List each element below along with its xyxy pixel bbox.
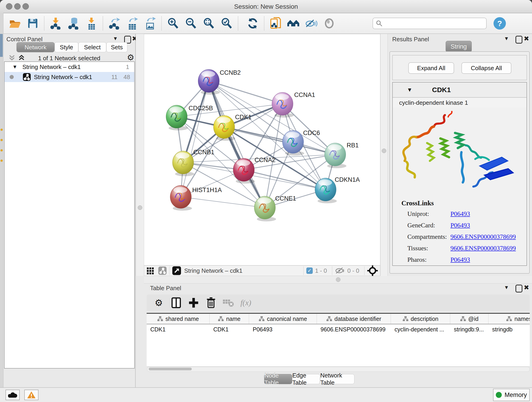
string-protein-query-button[interactable]	[269, 17, 282, 30]
delete-column-button[interactable]	[204, 297, 218, 309]
left-splitter-collapse-handle[interactable]	[138, 205, 142, 210]
save-session-button[interactable]	[26, 17, 39, 30]
network-canvas[interactable]: CCNB2CCNA1CDC25BCDK1CDC6RB1CCNB1CCNA2CDK…	[144, 34, 380, 265]
tab-label: Network	[25, 44, 46, 51]
collapse-all-button[interactable]: Collapse All	[462, 62, 511, 74]
results-panel-close-icon[interactable]: ✖	[524, 35, 529, 42]
tab-node-table[interactable]: Node Table	[264, 374, 292, 384]
table-panel-close-icon[interactable]: ✖	[524, 284, 529, 291]
function-builder-button[interactable]: f(x)	[239, 297, 253, 309]
horizontal-splitter[interactable]	[144, 276, 532, 283]
table-panel-float-icon[interactable]	[515, 285, 522, 293]
control-panel-collapse-icon[interactable]: ▾	[114, 35, 117, 42]
import-network-file-button[interactable]	[49, 17, 62, 30]
network-row-selected[interactable]: String Network – cdk1 11 48	[5, 72, 134, 82]
tab-select[interactable]: Select	[78, 42, 106, 52]
help-button[interactable]: ?	[494, 17, 506, 30]
column-header[interactable]: shared name	[147, 314, 210, 324]
toolbar-separator	[103, 16, 103, 31]
birdseye-crosshair-icon[interactable]	[367, 265, 378, 276]
zoom-in-button[interactable]	[166, 17, 180, 30]
export-image-button[interactable]	[143, 17, 157, 30]
column-header[interactable]: canonical name	[249, 314, 317, 324]
warning-status-button[interactable]	[24, 390, 38, 400]
background-dot	[0, 128, 3, 131]
protein-structure-image	[393, 111, 526, 193]
tab-network-table[interactable]: Network Table	[320, 374, 355, 384]
detach-view-icon[interactable]	[172, 266, 181, 275]
zoom-in-icon	[167, 17, 179, 30]
string-home-button[interactable]	[287, 17, 300, 30]
column-label: namespace	[514, 316, 530, 322]
table-options-button[interactable]: ⚙	[152, 297, 165, 309]
status-bar: Memory	[0, 387, 532, 402]
zoom-out-button[interactable]	[184, 17, 197, 30]
import-network-database-button[interactable]	[67, 17, 80, 30]
cell-id: stringdb:9...	[450, 324, 488, 334]
crosslink-label: Uniprot:	[407, 210, 450, 217]
node-table[interactable]: shared name name canonical name database…	[147, 313, 530, 367]
right-splitter-collapse-handle[interactable]	[382, 148, 386, 153]
create-column-button[interactable]	[187, 297, 200, 309]
eye-waves-icon	[305, 17, 318, 30]
tab-network[interactable]: Network	[17, 42, 55, 52]
network-options-gear-icon[interactable]: ⚙	[127, 53, 134, 62]
gene-section-header[interactable]: ▼ CDK1	[393, 83, 526, 98]
scrollbar-thumb[interactable]	[149, 368, 192, 370]
tab-sets[interactable]: Sets	[106, 42, 127, 52]
table-row[interactable]: CDK1 CDK1 P06493 9606.ENSP00000378699 cy…	[147, 324, 530, 334]
tab-label: Style	[60, 44, 73, 51]
network-view-icon[interactable]	[158, 267, 167, 275]
gene-collapse-icon[interactable]: ▼	[407, 87, 412, 93]
enhanced-labels-button[interactable]	[305, 17, 318, 30]
export-table-button[interactable]	[126, 17, 139, 30]
search-box[interactable]	[373, 18, 487, 29]
crosslink-link[interactable]: 9606.ENSP00000378699	[450, 233, 526, 240]
column-header[interactable]: namespace	[488, 314, 530, 324]
column-header[interactable]: @id	[450, 314, 488, 324]
show-columns-button[interactable]	[170, 297, 183, 309]
grid-view-icon[interactable]	[146, 267, 155, 275]
crosslink-link[interactable]: P06493	[450, 210, 526, 217]
delete-table-button-disabled[interactable]	[222, 297, 235, 309]
tab-style[interactable]: Style	[55, 42, 78, 52]
zoom-fit-button[interactable]	[202, 17, 215, 30]
table-horizontal-scrollbar[interactable]	[147, 367, 530, 372]
column-header[interactable]: description	[391, 314, 450, 324]
column-type-icon	[259, 316, 265, 322]
export-network-button[interactable]	[108, 17, 121, 30]
show-glass-ball-button[interactable]	[323, 17, 336, 30]
refresh-view-button[interactable]	[246, 17, 259, 30]
network-selection-row: 1 of 1 Network selected ⚙	[3, 54, 135, 62]
results-tab-string[interactable]: String	[446, 41, 472, 52]
open-session-button[interactable]	[8, 17, 22, 30]
tree-expand-icon[interactable]: ▼	[12, 64, 17, 70]
network-collection-row[interactable]: ▼ String Network – cdk1 1	[5, 62, 134, 72]
selected-checkbox-icon[interactable]: ✓	[306, 268, 313, 274]
results-panel-title: Results Panel	[392, 36, 429, 43]
column-header[interactable]: name	[210, 314, 249, 324]
column-label: @id	[468, 316, 479, 322]
zoom-selected-button[interactable]	[220, 17, 233, 30]
column-label: name	[226, 316, 241, 322]
right-splitter[interactable]	[380, 34, 388, 276]
crosslink-link[interactable]: P06493	[450, 256, 526, 263]
hidden-eye-icon[interactable]	[335, 267, 345, 274]
left-splitter[interactable]	[136, 34, 144, 276]
import-table-button[interactable]	[85, 17, 98, 30]
memory-button[interactable]: Memory	[493, 389, 530, 401]
table-panel-collapse-icon[interactable]: ▾	[505, 284, 508, 291]
crosslink-link[interactable]: 9606.ENSP00000378699	[450, 245, 526, 252]
expand-all-button[interactable]: Expand All	[408, 62, 454, 74]
cloud-status-button[interactable]	[6, 390, 20, 400]
network-current-dot	[10, 75, 14, 79]
hidden-count: 0 - 0	[347, 267, 359, 274]
import-table-icon	[85, 17, 98, 30]
tab-edge-table[interactable]: Edge Table	[292, 374, 320, 384]
search-input[interactable]	[385, 19, 483, 28]
results-panel-float-icon[interactable]	[515, 36, 522, 44]
crosslink-link[interactable]: P06493	[450, 222, 526, 229]
column-header[interactable]: database identifier	[317, 314, 391, 324]
horizontal-splitter-handle[interactable]	[336, 277, 341, 282]
results-panel-collapse-icon[interactable]: ▾	[505, 35, 508, 42]
